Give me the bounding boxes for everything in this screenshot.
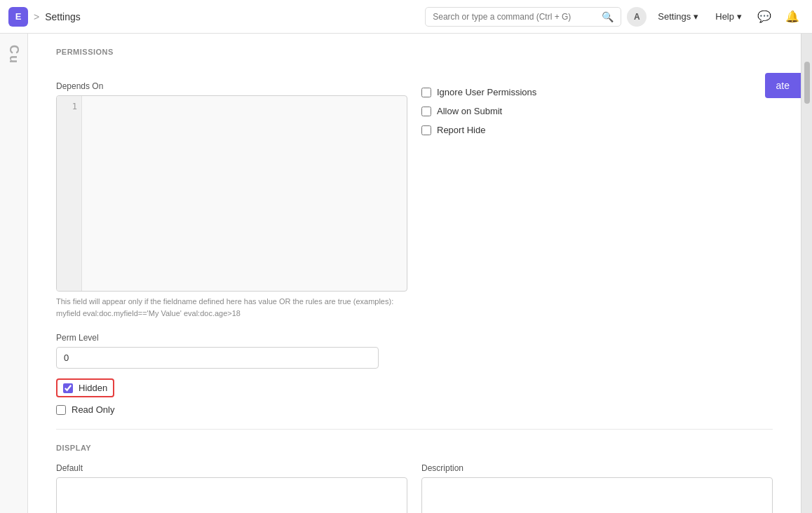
line-numbers: 1 (57, 96, 82, 291)
read-only-row: Read Only (56, 404, 773, 415)
display-grid: Default Description (56, 463, 773, 513)
search-icon: 🔍 (602, 11, 614, 22)
report-hide-label: Report Hide (437, 125, 485, 135)
chat-icon[interactable]: 💬 (753, 6, 776, 28)
notification-icon[interactable]: 🔔 (781, 6, 804, 28)
report-hide-checkbox[interactable] (421, 125, 431, 135)
app-logo: E (8, 7, 28, 27)
allow-on-submit-label: Allow on Submit (437, 106, 502, 116)
display-section-title: DISPLAY (56, 444, 773, 452)
description-label: Description (421, 463, 773, 473)
depends-on-field: Depends On 1 This field will appear only… (56, 81, 407, 319)
breadcrumb-separator: > (34, 11, 39, 22)
hidden-row: Hidden (56, 378, 773, 397)
content-area: ate PERMISSIONS Depends On 1 This field … (28, 34, 801, 513)
default-label: Default (56, 463, 407, 473)
perm-level-section: Perm Level Hidden Read Only (28, 333, 801, 429)
sidebar-abbrev: Cu (6, 45, 21, 64)
report-hide-row: Report Hide (421, 125, 773, 135)
breadcrumb: Settings (45, 11, 81, 22)
ignore-user-permissions-row: Ignore User Permissions (421, 87, 773, 97)
read-only-checkbox[interactable] (56, 405, 66, 415)
description-input[interactable] (421, 477, 773, 513)
update-button[interactable]: ate (765, 73, 801, 98)
code-editor[interactable]: 1 (56, 95, 407, 292)
search-bar[interactable]: 🔍 (425, 7, 621, 27)
perm-level-label: Perm Level (56, 333, 773, 343)
avatar: A (627, 7, 647, 27)
hidden-checkbox[interactable] (63, 383, 73, 393)
permissions-section-title: PERMISSIONS (56, 48, 773, 56)
navbar: E > Settings 🔍 A Settings ▾ Help ▾ 💬 🔔 (0, 0, 812, 34)
default-field: Default (56, 463, 407, 513)
display-section: DISPLAY Default Description (28, 430, 801, 513)
depends-on-hint: This field will appear only if the field… (56, 296, 407, 319)
ignore-user-permissions-checkbox[interactable] (421, 88, 431, 97)
ignore-user-permissions-label: Ignore User Permissions (437, 87, 536, 97)
description-field: Description (421, 463, 773, 513)
hidden-label: Hidden (79, 383, 107, 393)
help-button[interactable]: Help ▾ (710, 8, 747, 25)
right-scrollbar (801, 34, 812, 513)
allow-on-submit-row: Allow on Submit (421, 106, 773, 116)
read-only-label: Read Only (72, 404, 114, 415)
default-input[interactable] (56, 477, 407, 513)
allow-on-submit-checkbox[interactable] (421, 107, 431, 116)
bottom-checkboxes: Hidden Read Only (56, 378, 773, 415)
scrollbar-thumb[interactable] (804, 62, 810, 104)
hidden-highlighted: Hidden (56, 378, 114, 397)
depends-on-label: Depends On (56, 81, 407, 91)
perm-level-input[interactable] (56, 347, 379, 369)
left-sidebar: Cu (0, 34, 28, 513)
right-checkboxes: Ignore User Permissions Allow on Submit … (421, 81, 773, 319)
permissions-section: Depends On 1 This field will appear only… (28, 67, 801, 333)
settings-button[interactable]: Settings ▾ (652, 8, 704, 25)
search-input[interactable] (433, 12, 597, 22)
depends-on-input[interactable] (82, 96, 407, 291)
